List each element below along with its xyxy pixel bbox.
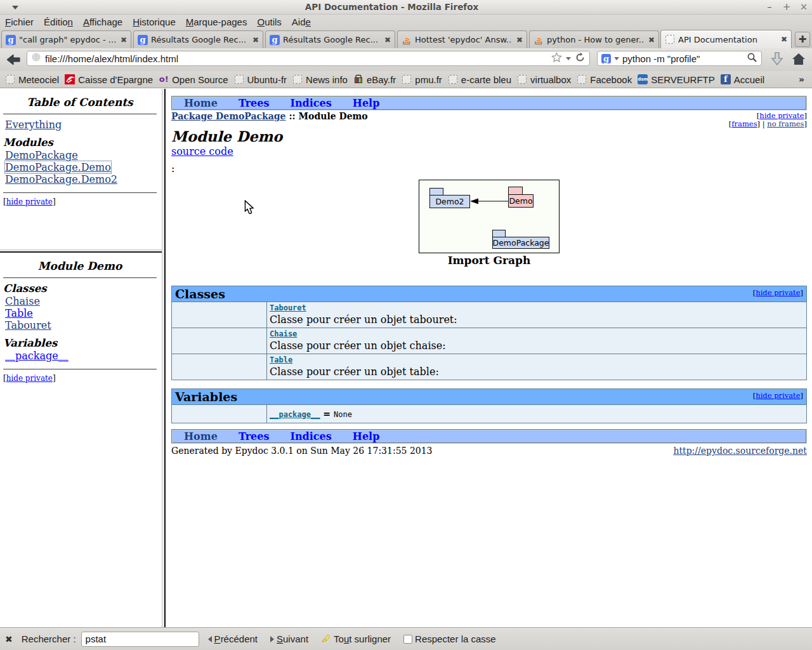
tab-resultats-google-1[interactable]: g Résultats Google Rec... ✖	[133, 30, 263, 48]
nav-indices[interactable]: Indices	[290, 97, 331, 109]
source-code-link[interactable]: source code	[171, 147, 233, 157]
nav-indices-bottom[interactable]: Indices	[290, 430, 331, 442]
search-input[interactable]: python -m "profile"	[622, 53, 743, 64]
download-button[interactable]	[769, 51, 785, 67]
module-link-chaise[interactable]: Chaise	[5, 295, 40, 307]
url-bar[interactable]: file:///home/alex/html/index.html	[27, 51, 590, 66]
toc-link-everything[interactable]: Everything	[5, 119, 62, 131]
tab-close-icon[interactable]: ✖	[383, 36, 391, 44]
tab-close-icon[interactable]: ✖	[251, 36, 259, 44]
search-magnifier-icon[interactable]	[747, 52, 757, 65]
bookmark-virtualbox[interactable]: virtualbox	[514, 73, 574, 86]
tab-python-how-to[interactable]: python - How to gener... ✖	[529, 30, 659, 48]
findbar-close-icon[interactable]: ✖	[5, 634, 13, 644]
epydoc-navbar-bottom: Home Trees Indices Help	[171, 429, 807, 444]
tab-api-documentation-active[interactable]: API Documentation ✖	[660, 30, 792, 48]
variable-link-package[interactable]: __package__	[270, 410, 320, 420]
nav-help[interactable]: Help	[353, 97, 380, 109]
class-link-chaise[interactable]: Chaise	[270, 329, 297, 339]
frames-link[interactable]: frames	[731, 119, 757, 128]
highlight-all-button[interactable]: Tout surligner	[317, 632, 395, 646]
bookmark-meteociel[interactable]: Meteociel	[3, 73, 62, 86]
graph-arrow	[419, 180, 560, 254]
tab-close-icon[interactable]: ✖	[119, 36, 127, 44]
bookmark-open-source[interactable]: o! Open Source	[156, 73, 231, 86]
module-link-table[interactable]: Table	[5, 307, 33, 319]
tab-close-icon[interactable]: ✖	[647, 36, 655, 44]
menu-historique[interactable]: Historique	[128, 15, 181, 29]
home-button[interactable]	[791, 51, 806, 67]
bookmark-star-icon[interactable]	[551, 52, 562, 65]
tab-call-graph-epydoc[interactable]: g "call graph" epydoc - ... ✖	[1, 30, 131, 48]
back-button[interactable]	[5, 51, 22, 68]
search-engine-dropdown-icon[interactable]	[614, 57, 619, 60]
bookmark-news-info[interactable]: News info	[290, 73, 351, 86]
bookmarks-overflow-chevron[interactable]: »	[799, 74, 807, 84]
table-row: __package__ = None	[172, 405, 807, 423]
bookmark-pmu-fr[interactable]: pmu.fr	[399, 73, 445, 86]
find-input[interactable]: pstat	[81, 632, 199, 647]
divider	[3, 114, 157, 115]
module-link-tabouret[interactable]: Tabouret	[5, 319, 51, 331]
menu-fichier[interactable]: Fichier	[0, 15, 39, 29]
menu-edition[interactable]: Édition	[39, 15, 78, 29]
toc-link-demopackage-demo2[interactable]: DemoPackage.Demo2	[5, 173, 117, 185]
classes-table-header: Classes	[175, 287, 225, 301]
epydoc-site-link[interactable]: http://epydoc.sourceforge.net	[673, 446, 807, 456]
frame-vertical-divider[interactable]	[162, 89, 166, 627]
maximize-button[interactable]: +	[782, 3, 791, 12]
module-description: :	[171, 164, 807, 173]
no-frames-link[interactable]: no frames	[767, 119, 804, 128]
nav-trees[interactable]: Trees	[239, 97, 270, 109]
bookmark-serveurftp[interactable]: dsm SERVEURFTP	[635, 73, 718, 86]
menu-aide[interactable]: Aide	[287, 15, 316, 29]
close-button[interactable]: ×	[799, 3, 808, 12]
menu-outils[interactable]: Outils	[252, 15, 286, 29]
variables-hide-private-link[interactable]: hide private	[756, 391, 800, 400]
url-dropdown-icon[interactable]	[566, 57, 571, 60]
tab-hottest-epydoc[interactable]: Hottest 'epydoc' Answ... ✖	[397, 30, 527, 48]
tab-bar: g "call graph" epydoc - ... ✖ g Résultat…	[0, 29, 812, 48]
search-engine-icon[interactable]: g	[601, 54, 611, 63]
tab-close-icon[interactable]: ✖	[780, 35, 787, 44]
bookmark-caisse-epargne[interactable]: Caisse d'Epargne	[62, 73, 156, 86]
bookmark-ebay-fr[interactable]: eBay.fr	[351, 73, 399, 86]
minimize-button[interactable]: –	[765, 3, 774, 12]
find-next-button[interactable]: Suivant	[266, 632, 312, 646]
generator-note: Generated by Epydoc 3.0.1 on Sun May 26 …	[171, 446, 433, 456]
frame-horizontal-divider[interactable]	[0, 249, 162, 254]
class-link-table[interactable]: Table	[270, 355, 292, 365]
match-case-option[interactable]: Respecter la casse	[400, 632, 500, 646]
match-case-checkbox[interactable]	[403, 635, 412, 644]
reload-icon[interactable]	[575, 52, 586, 65]
find-previous-button[interactable]: Précédent	[204, 632, 261, 646]
class-link-tabouret[interactable]: Tabouret	[270, 303, 306, 313]
new-tab-button[interactable]: ✚	[795, 32, 810, 47]
url-text[interactable]: file:///home/alex/html/index.html	[45, 53, 547, 64]
toc-link-demopackage[interactable]: DemoPackage	[5, 149, 78, 161]
bookmark-accueil[interactable]: f Accueil	[718, 73, 768, 86]
previous-arrow-icon	[208, 636, 212, 642]
tab-close-icon[interactable]: ✖	[515, 36, 523, 44]
hide-private-link[interactable]: hide private	[759, 111, 804, 120]
toc-link-demopackage-demo[interactable]: DemoPackage.Demo	[5, 161, 111, 173]
browser-content: Table of Contents Everything Modules Dem…	[0, 89, 812, 627]
nav-help-bottom[interactable]: Help	[353, 430, 380, 442]
dashed-placeholder-icon	[234, 74, 244, 84]
menu-marque-pages[interactable]: Marque-pages	[181, 15, 252, 29]
search-bar[interactable]: g python -m "profile"	[597, 51, 762, 66]
module-link-package-var[interactable]: __package__	[5, 350, 69, 362]
bookmark-ubuntu-fr[interactable]: Ubuntu-fr	[232, 73, 291, 86]
open-source-icon: o!	[159, 74, 169, 84]
breadcrumb-package-link[interactable]: Package DemoPackage	[171, 111, 286, 121]
dashed-placeholder-icon	[5, 74, 15, 84]
classes-hide-private-link[interactable]: hide private	[756, 288, 800, 297]
toc-hide-private-link[interactable]: hide private	[6, 197, 53, 206]
bookmark-facebook[interactable]: Facebook	[574, 73, 635, 86]
tab-resultats-google-2[interactable]: g Résultats Google Rec... ✖	[265, 30, 395, 48]
nav-trees-bottom[interactable]: Trees	[239, 430, 270, 442]
module-hide-private-link[interactable]: hide private	[6, 374, 53, 383]
menu-affichage[interactable]: Affichage	[78, 15, 128, 29]
bookmark-e-carte-bleu[interactable]: e-carte bleu	[445, 73, 514, 86]
bookmarks-toolbar: Meteociel Caisse d'Epargne o! Open Sourc…	[0, 71, 812, 88]
